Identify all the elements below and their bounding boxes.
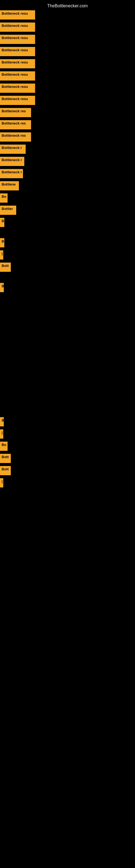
bottleneck-result-item[interactable]: B <box>0 283 4 292</box>
bottleneck-result-item[interactable]: Bo <box>0 193 8 203</box>
bottleneck-result-item[interactable]: Bottleneck resu <box>0 71 35 81</box>
bottleneck-result-item[interactable]: Bottleneck res <box>0 108 31 117</box>
bottleneck-result-item[interactable]: Bottleneck resu <box>0 23 35 32</box>
bottleneck-result-item[interactable]: | <box>0 250 3 259</box>
bottleneck-result-item[interactable]: | <box>0 478 3 488</box>
bottleneck-result-item[interactable]: Bottleneck resu <box>0 96 35 105</box>
bottleneck-result-item[interactable]: Bottler <box>0 206 16 215</box>
bottleneck-result-item[interactable]: Bottleneck resu <box>0 84 35 93</box>
bottleneck-result-item[interactable]: | <box>0 429 3 439</box>
bottleneck-result-item[interactable]: Bottleneck r <box>0 145 26 154</box>
bottleneck-result-item[interactable]: Bott <box>0 466 11 475</box>
bottleneck-result-item[interactable]: Bott <box>0 262 11 272</box>
bottleneck-result-item[interactable]: Bo <box>0 442 8 451</box>
bottleneck-result-item[interactable]: Bottleneck res <box>0 120 31 129</box>
bottleneck-result-item[interactable]: Bottlene <box>0 181 19 190</box>
bottleneck-result-item[interactable]: B <box>0 218 4 227</box>
bottleneck-result-item[interactable]: Bott <box>0 454 11 463</box>
site-title: TheBottlenecker.com <box>0 1 135 10</box>
bottleneck-result-item[interactable]: B <box>0 417 4 426</box>
bottleneck-result-item[interactable]: Bottleneck resu <box>0 47 35 56</box>
bottleneck-result-item[interactable]: Bottleneck r <box>0 169 23 178</box>
bottleneck-result-item[interactable]: B <box>0 238 4 247</box>
bottleneck-result-item[interactable]: Bottleneck res <box>0 132 31 142</box>
bottleneck-result-item[interactable]: Bottleneck resu <box>0 59 35 68</box>
bottleneck-result-item[interactable]: Bottleneck resu <box>0 35 35 44</box>
bottleneck-result-item[interactable]: Bottleneck r <box>0 157 24 166</box>
bottleneck-result-item[interactable]: Bottleneck resu <box>0 10 35 20</box>
